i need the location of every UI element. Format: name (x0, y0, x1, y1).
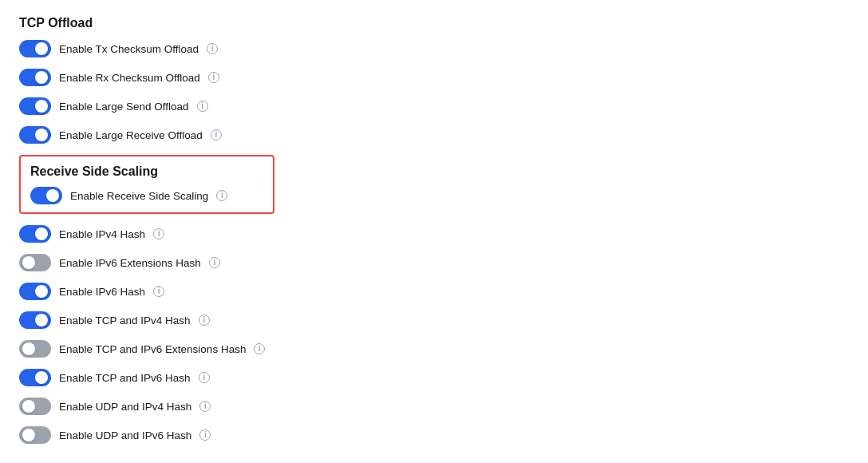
info-icon-ipv4-hash[interactable]: i (153, 228, 164, 239)
receive-side-scaling-title: Receive Side Scaling (30, 164, 263, 179)
label-tcp-ipv6-ext-hash: Enable TCP and IPv6 Extensions Hash (59, 343, 246, 355)
hash-items-section: Enable IPv4 Hash i Enable IPv6 Extension… (19, 225, 849, 444)
toggle-row-udp-ipv4-hash: Enable UDP and IPv4 Hash i (19, 398, 849, 415)
toggle-ipv6-hash[interactable] (19, 283, 51, 300)
toggle-slider-ipv6-hash[interactable] (19, 283, 51, 300)
toggle-row-large-send: Enable Large Send Offload i (19, 97, 849, 115)
toggle-tcp-ipv4-hash[interactable] (19, 311, 51, 329)
info-icon-tcp-ipv6-hash[interactable]: i (199, 372, 210, 383)
toggle-slider-rx-checksum[interactable] (19, 69, 51, 86)
toggle-ipv6-ext-hash[interactable] (19, 254, 51, 271)
label-ipv6-ext-hash: Enable IPv6 Extensions Hash (59, 257, 201, 269)
label-rss: Enable Receive Side Scaling (70, 190, 208, 202)
tcp-offload-section: TCP Offload Enable Tx Checksum Offload i… (19, 16, 849, 144)
toggle-row-tcp-ipv6-ext-hash: Enable TCP and IPv6 Extensions Hash i (19, 340, 849, 358)
toggle-row-large-receive: Enable Large Receive Offload i (19, 126, 849, 144)
info-icon-large-receive[interactable]: i (211, 129, 222, 140)
label-tcp-ipv6-hash: Enable TCP and IPv6 Hash (59, 372, 191, 384)
toggle-ipv4-hash[interactable] (19, 225, 51, 243)
toggle-row-tcp-ipv4-hash: Enable TCP and IPv4 Hash i (19, 311, 849, 329)
toggle-udp-ipv6-hash[interactable] (19, 426, 51, 444)
toggle-slider-large-receive[interactable] (19, 126, 51, 144)
toggle-tx-checksum[interactable] (19, 40, 51, 57)
info-icon-large-send[interactable]: i (197, 101, 208, 112)
toggle-row-rx-checksum: Enable Rx Checksum Offload i (19, 69, 849, 86)
label-udp-ipv4-hash: Enable UDP and IPv4 Hash (59, 401, 191, 413)
label-rx-checksum: Enable Rx Checksum Offload (59, 72, 200, 84)
info-icon-udp-ipv6-hash[interactable]: i (199, 429, 211, 441)
toggle-slider-large-send[interactable] (19, 97, 51, 115)
toggle-tcp-ipv6-ext-hash[interactable] (19, 340, 51, 358)
toggle-slider-udp-ipv6-hash[interactable] (19, 426, 51, 444)
toggle-slider-udp-ipv4-hash[interactable] (19, 398, 51, 415)
toggle-slider-rss[interactable] (30, 187, 62, 204)
toggle-row-tx-checksum: Enable Tx Checksum Offload i (19, 40, 849, 57)
label-tcp-ipv4-hash: Enable TCP and IPv4 Hash (59, 315, 191, 326)
toggle-row-rss: Enable Receive Side Scaling i (30, 187, 263, 204)
info-icon-tx-checksum[interactable]: i (207, 43, 218, 54)
toggle-row-tcp-ipv6-hash: Enable TCP and IPv6 Hash i (19, 369, 849, 386)
label-large-receive: Enable Large Receive Offload (59, 129, 203, 141)
toggle-rss[interactable] (30, 187, 62, 204)
toggle-row-ipv6-ext-hash: Enable IPv6 Extensions Hash i (19, 254, 849, 271)
toggle-slider-tcp-ipv4-hash[interactable] (19, 311, 51, 329)
receive-side-scaling-section: Receive Side Scaling Enable Receive Side… (19, 155, 274, 214)
label-udp-ipv6-hash: Enable UDP and IPv6 Hash (59, 429, 191, 441)
toggle-row-udp-ipv6-hash: Enable UDP and IPv6 Hash i (19, 426, 849, 444)
label-large-send: Enable Large Send Offload (59, 101, 189, 113)
toggle-rx-checksum[interactable] (19, 69, 51, 86)
toggle-large-receive[interactable] (19, 126, 51, 144)
toggle-tcp-ipv6-hash[interactable] (19, 369, 51, 386)
toggle-slider-tcp-ipv6-ext-hash[interactable] (19, 340, 51, 358)
toggle-slider-tx-checksum[interactable] (19, 40, 51, 57)
info-icon-tcp-ipv4-hash[interactable]: i (199, 315, 210, 326)
info-icon-rss[interactable]: i (216, 190, 227, 201)
toggle-large-send[interactable] (19, 97, 51, 115)
tcp-offload-title: TCP Offload (19, 16, 849, 30)
label-ipv4-hash: Enable IPv4 Hash (59, 228, 145, 240)
info-icon-ipv6-hash[interactable]: i (153, 286, 164, 297)
toggle-udp-ipv4-hash[interactable] (19, 398, 51, 415)
toggle-slider-ipv6-ext-hash[interactable] (19, 254, 51, 271)
toggle-slider-tcp-ipv6-hash[interactable] (19, 369, 51, 386)
info-icon-rx-checksum[interactable]: i (208, 72, 219, 83)
info-icon-ipv6-ext-hash[interactable]: i (209, 257, 220, 268)
toggle-slider-ipv4-hash[interactable] (19, 225, 51, 243)
label-ipv6-hash: Enable IPv6 Hash (59, 286, 145, 298)
info-icon-udp-ipv4-hash[interactable]: i (199, 401, 211, 412)
info-icon-tcp-ipv6-ext-hash[interactable]: i (254, 343, 265, 354)
toggle-row-ipv4-hash: Enable IPv4 Hash i (19, 225, 849, 243)
label-tx-checksum: Enable Tx Checksum Offload (59, 43, 199, 55)
toggle-row-ipv6-hash: Enable IPv6 Hash i (19, 283, 849, 300)
